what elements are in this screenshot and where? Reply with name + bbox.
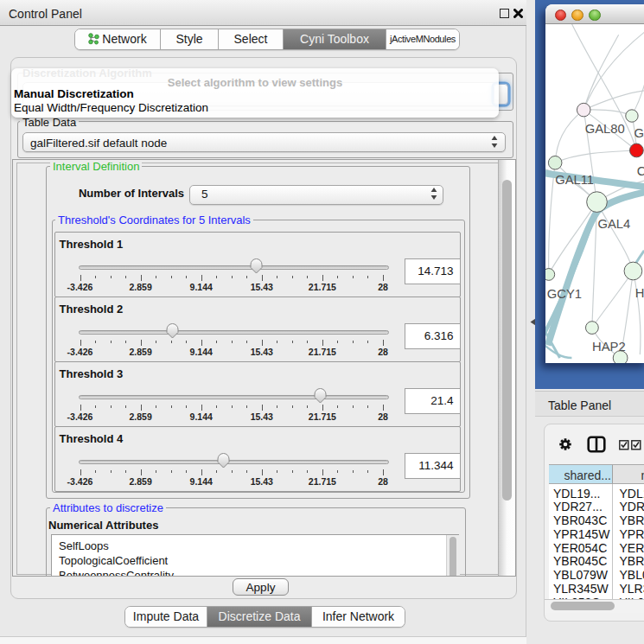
svg-text:HAP2: HAP2 [592,339,626,353]
svg-text:GAL80: GAL80 [585,121,625,135]
svg-text:C: C [637,163,644,177]
svg-text:GAL11: GAL11 [555,172,594,186]
svg-text:GA: GA [634,126,644,140]
svg-text:H: H [635,285,644,299]
svg-text:GCY1: GCY1 [547,287,582,301]
svg-text:GAL4: GAL4 [597,217,630,231]
